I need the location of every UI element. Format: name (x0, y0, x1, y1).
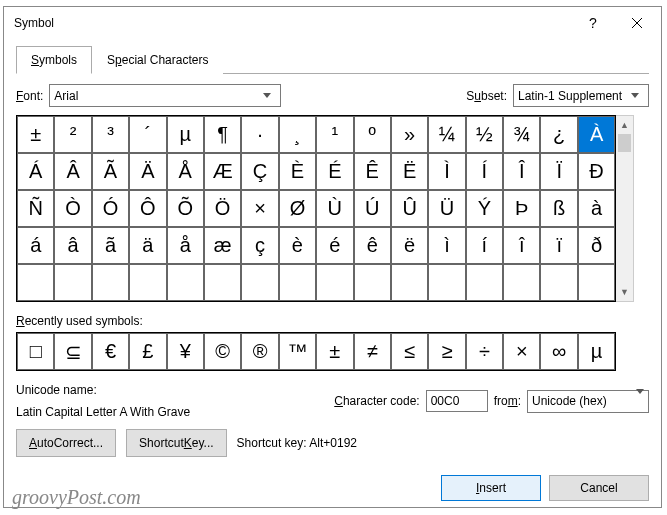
symbol-cell[interactable]: ¿ (540, 116, 577, 153)
symbol-cell[interactable]: Ì (428, 153, 465, 190)
subset-select[interactable]: Latin-1 Supplement (513, 84, 649, 107)
symbol-cell[interactable] (466, 264, 503, 301)
symbol-cell[interactable]: Ã (92, 153, 129, 190)
symbol-cell[interactable]: Æ (204, 153, 241, 190)
symbol-cell[interactable]: ´ (129, 116, 166, 153)
symbol-cell[interactable]: Ï (540, 153, 577, 190)
symbol-cell[interactable]: Å (167, 153, 204, 190)
symbol-cell[interactable]: Ø (279, 190, 316, 227)
symbol-cell[interactable]: ê (354, 227, 391, 264)
symbol-cell[interactable]: Ù (316, 190, 353, 227)
shortcut-key-button[interactable]: Shortcut Key... (126, 429, 227, 457)
cancel-button[interactable]: Cancel (549, 475, 649, 501)
symbol-cell[interactable]: Õ (167, 190, 204, 227)
recent-symbol-cell[interactable]: ÷ (466, 333, 503, 370)
symbol-cell[interactable]: ¶ (204, 116, 241, 153)
symbol-cell[interactable]: Ò (54, 190, 91, 227)
recent-symbol-cell[interactable]: ™ (279, 333, 316, 370)
symbol-cell[interactable]: ² (54, 116, 91, 153)
symbol-cell[interactable]: î (503, 227, 540, 264)
symbol-cell[interactable] (540, 264, 577, 301)
symbol-cell[interactable]: Ü (428, 190, 465, 227)
symbol-cell[interactable]: å (167, 227, 204, 264)
symbol-cell[interactable]: æ (204, 227, 241, 264)
symbol-cell[interactable]: Ý (466, 190, 503, 227)
recent-symbol-cell[interactable]: £ (129, 333, 166, 370)
symbol-cell[interactable]: â (54, 227, 91, 264)
symbol-cell[interactable] (391, 264, 428, 301)
recent-symbol-cell[interactable]: □ (17, 333, 54, 370)
symbol-cell[interactable]: Ä (129, 153, 166, 190)
symbol-cell[interactable]: × (241, 190, 278, 227)
symbol-cell[interactable]: Í (466, 153, 503, 190)
from-select[interactable]: Unicode (hex) (527, 390, 649, 413)
symbol-cell[interactable]: ï (540, 227, 577, 264)
symbol-cell[interactable]: á (17, 227, 54, 264)
symbol-cell[interactable] (354, 264, 391, 301)
recent-symbol-cell[interactable]: © (204, 333, 241, 370)
recent-symbol-cell[interactable]: ≠ (354, 333, 391, 370)
symbol-cell[interactable]: à (578, 190, 615, 227)
recent-symbol-cell[interactable]: × (503, 333, 540, 370)
help-button[interactable]: ? (571, 8, 615, 38)
symbol-cell[interactable]: ß (540, 190, 577, 227)
symbol-cell[interactable]: ä (129, 227, 166, 264)
symbol-cell[interactable]: µ (167, 116, 204, 153)
symbol-cell[interactable] (316, 264, 353, 301)
symbol-cell[interactable] (204, 264, 241, 301)
symbol-cell[interactable]: ç (241, 227, 278, 264)
symbol-cell[interactable]: Ñ (17, 190, 54, 227)
symbol-cell[interactable]: é (316, 227, 353, 264)
tab-special-characters[interactable]: Special Characters (92, 46, 223, 74)
recent-symbol-cell[interactable]: ≤ (391, 333, 428, 370)
recent-symbol-cell[interactable]: ® (241, 333, 278, 370)
symbol-cell[interactable]: ¾ (503, 116, 540, 153)
symbol-cell[interactable]: Ð (578, 153, 615, 190)
recent-symbol-cell[interactable]: ∞ (540, 333, 577, 370)
symbol-cell[interactable]: Ë (391, 153, 428, 190)
symbol-cell[interactable]: ½ (466, 116, 503, 153)
symbol-cell[interactable] (54, 264, 91, 301)
recent-symbol-cell[interactable]: ⊆ (54, 333, 91, 370)
symbol-cell[interactable]: ¼ (428, 116, 465, 153)
close-button[interactable] (615, 8, 659, 38)
symbol-cell[interactable]: Û (391, 190, 428, 227)
symbol-cell[interactable]: ì (428, 227, 465, 264)
symbol-cell[interactable] (167, 264, 204, 301)
symbol-cell[interactable]: Ç (241, 153, 278, 190)
symbol-cell[interactable] (279, 264, 316, 301)
symbol-cell[interactable]: · (241, 116, 278, 153)
symbol-cell[interactable] (503, 264, 540, 301)
symbol-cell[interactable]: ± (17, 116, 54, 153)
symbol-cell[interactable]: è (279, 227, 316, 264)
symbol-cell[interactable]: ³ (92, 116, 129, 153)
scroll-down-icon[interactable]: ▼ (616, 283, 633, 301)
symbol-cell[interactable] (578, 264, 615, 301)
recent-symbol-cell[interactable]: ± (316, 333, 353, 370)
symbol-cell[interactable]: Â (54, 153, 91, 190)
symbol-cell[interactable]: º (354, 116, 391, 153)
symbol-cell[interactable]: ¸ (279, 116, 316, 153)
symbol-cell[interactable] (129, 264, 166, 301)
recent-symbol-cell[interactable]: € (92, 333, 129, 370)
symbol-cell[interactable]: ã (92, 227, 129, 264)
symbol-cell[interactable]: ð (578, 227, 615, 264)
symbol-cell[interactable]: í (466, 227, 503, 264)
recent-symbol-cell[interactable]: ¥ (167, 333, 204, 370)
symbol-cell[interactable]: » (391, 116, 428, 153)
recent-symbol-cell[interactable]: ≥ (428, 333, 465, 370)
recent-symbol-cell[interactable]: µ (578, 333, 615, 370)
symbol-cell[interactable]: ë (391, 227, 428, 264)
symbol-cell[interactable]: Á (17, 153, 54, 190)
symbol-cell[interactable]: É (316, 153, 353, 190)
symbol-cell[interactable]: Ê (354, 153, 391, 190)
scrollbar[interactable]: ▲ ▼ (616, 115, 634, 302)
symbol-cell[interactable]: Ô (129, 190, 166, 227)
tab-symbols[interactable]: Symbols (16, 46, 92, 74)
font-select[interactable]: Arial (49, 84, 281, 107)
symbol-cell[interactable]: Þ (503, 190, 540, 227)
symbol-cell[interactable]: Ö (204, 190, 241, 227)
scroll-up-icon[interactable]: ▲ (616, 116, 633, 134)
symbol-cell[interactable]: ¹ (316, 116, 353, 153)
scroll-thumb[interactable] (618, 134, 631, 152)
